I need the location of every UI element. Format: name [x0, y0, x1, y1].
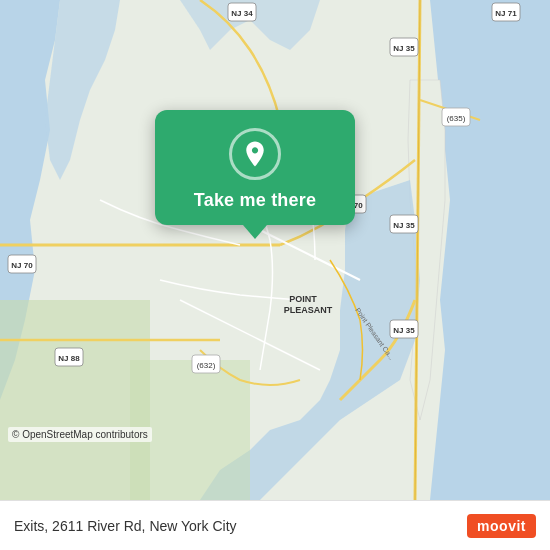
- bottom-bar: Exits, 2611 River Rd, New York City moov…: [0, 500, 550, 550]
- moovit-logo-text: moovit: [467, 514, 536, 538]
- popup-card[interactable]: Take me there: [155, 110, 355, 225]
- svg-rect-1: [0, 300, 150, 500]
- take-me-there-button[interactable]: Take me there: [194, 190, 316, 211]
- svg-text:POINT: POINT: [289, 294, 317, 304]
- svg-text:NJ 34: NJ 34: [231, 9, 253, 18]
- map-svg: NJ 70 NJ 34 NJ 71 NJ 70 NJ 35 NJ 35 NJ 3…: [0, 0, 550, 500]
- svg-text:PLEASANT: PLEASANT: [284, 305, 333, 315]
- location-icon-circle: [229, 128, 281, 180]
- svg-text:NJ 70: NJ 70: [11, 261, 33, 270]
- svg-text:NJ 35: NJ 35: [393, 221, 415, 230]
- svg-text:NJ 35: NJ 35: [393, 326, 415, 335]
- osm-credit: © OpenStreetMap contributors: [8, 427, 152, 442]
- svg-text:NJ 71: NJ 71: [495, 9, 517, 18]
- moovit-logo: moovit: [467, 514, 536, 538]
- svg-text:NJ 35: NJ 35: [393, 44, 415, 53]
- address-label: Exits, 2611 River Rd, New York City: [14, 518, 237, 534]
- location-pin-icon: [240, 139, 270, 169]
- map-container: NJ 70 NJ 34 NJ 71 NJ 70 NJ 35 NJ 35 NJ 3…: [0, 0, 550, 500]
- svg-text:(635): (635): [447, 114, 466, 123]
- svg-text:NJ 88: NJ 88: [58, 354, 80, 363]
- svg-text:(632): (632): [197, 361, 216, 370]
